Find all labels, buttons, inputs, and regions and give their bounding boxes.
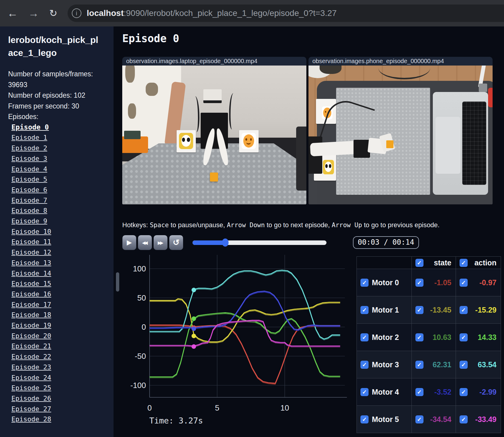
motor-0-state-checkbox[interactable]: ✓ xyxy=(415,279,424,287)
laptop-video[interactable] xyxy=(122,66,306,204)
motor-1-state-checkbox[interactable]: ✓ xyxy=(415,306,424,314)
episode-list-item: Episode 20 xyxy=(11,331,108,342)
seek-slider-thumb[interactable] xyxy=(222,239,229,247)
sidebar-item-episode-15[interactable]: Episode 15 xyxy=(11,280,51,287)
loop-button[interactable]: ↻ xyxy=(169,235,183,250)
seek-slider-fill xyxy=(193,240,225,245)
sidebar-item-episode-12[interactable]: Episode 12 xyxy=(11,249,51,256)
main-panel: Episode 0 observation.images.laptop_epis… xyxy=(114,26,504,437)
motor-3-checkbox[interactable]: ✓ xyxy=(360,361,369,369)
sidebar-item-episode-8[interactable]: Episode 8 xyxy=(11,207,47,214)
sidebar-item-episode-6[interactable]: Episode 6 xyxy=(11,186,47,194)
motor-0-checkbox[interactable]: ✓ xyxy=(360,279,369,287)
svg-text:10: 10 xyxy=(281,403,289,412)
video-title-phone: observation.images.phone_episode_000000.… xyxy=(308,57,493,66)
episode-list-item: Episode 17 xyxy=(11,300,108,310)
sidebar-item-episode-1[interactable]: Episode 1 xyxy=(11,134,47,141)
motor-3-action-checkbox[interactable]: ✓ xyxy=(460,361,468,369)
motor-5-action-checkbox[interactable]: ✓ xyxy=(460,415,468,423)
rewind-button[interactable]: ◀◀ xyxy=(138,235,152,250)
state-header-label: state xyxy=(434,258,451,267)
sidebar-item-episode-4[interactable]: Episode 4 xyxy=(11,165,47,173)
motor-2-action-checkbox[interactable]: ✓ xyxy=(460,333,468,341)
scrollbar-thumb[interactable] xyxy=(116,272,119,292)
sidebar-item-episode-7[interactable]: Episode 7 xyxy=(11,197,47,204)
motor-1-action-checkbox[interactable]: ✓ xyxy=(460,306,468,314)
sidebar-item-episode-24[interactable]: Episode 24 xyxy=(11,374,51,381)
dataset-title: lerobot/koch_pick_place_1_lego xyxy=(8,34,101,59)
seek-slider[interactable] xyxy=(193,240,326,245)
motor-2-state-value: 10.63 xyxy=(433,333,451,342)
sidebar-item-episode-2[interactable]: Episode 2 xyxy=(11,144,47,152)
motor-4-checkbox[interactable]: ✓ xyxy=(360,388,369,396)
url-bar[interactable]: i localhost:9090/lerobot/koch_pick_place… xyxy=(68,5,504,22)
sidebar-item-episode-3[interactable]: Episode 3 xyxy=(11,155,47,162)
keyboard xyxy=(462,102,486,185)
motor-2-checkbox[interactable]: ✓ xyxy=(360,333,369,341)
sidebar-item-episode-11[interactable]: Episode 11 xyxy=(11,238,51,246)
table-row-motor-3: ✓Motor 3 ✓62.31 ✓63.54 xyxy=(357,351,501,378)
video-row: observation.images.laptop_episode_000000… xyxy=(122,57,493,204)
motor-4-action-checkbox[interactable]: ✓ xyxy=(460,388,468,396)
refresh-icon[interactable]: ↻ xyxy=(49,8,57,18)
episode-list-item: Episode 7 xyxy=(11,196,108,206)
sidebar-item-episode-23[interactable]: Episode 23 xyxy=(11,363,51,371)
dataset-info-line: Frames per second: 30 xyxy=(8,101,108,112)
action-column-checkbox[interactable]: ✓ xyxy=(460,259,468,267)
episode-list-item: Episode 1 xyxy=(11,133,108,143)
sidebar-item-episode-5[interactable]: Episode 5 xyxy=(11,176,47,183)
fast-forward-button[interactable]: ▶▶ xyxy=(153,235,168,250)
motor-0-action-checkbox[interactable]: ✓ xyxy=(460,279,468,287)
sidebar-item-episode-20[interactable]: Episode 20 xyxy=(11,332,51,340)
motor-1-state-value: -13.45 xyxy=(430,306,451,314)
state-column-checkbox[interactable]: ✓ xyxy=(415,259,424,267)
sidebar-item-episode-27[interactable]: Episode 27 xyxy=(11,405,51,413)
motor-chart[interactable]: 100500-50-1000510 xyxy=(126,255,348,437)
sidebar-item-episode-18[interactable]: Episode 18 xyxy=(11,311,51,319)
sidebar-item-episode-13[interactable]: Episode 13 xyxy=(11,259,51,267)
svg-text:5: 5 xyxy=(215,403,219,412)
sidebar-item-episode-19[interactable]: Episode 19 xyxy=(11,322,51,329)
forward-icon[interactable]: → xyxy=(28,8,39,19)
sidebar-item-episode-0[interactable]: Episode 0 xyxy=(11,123,49,131)
svg-text:50: 50 xyxy=(137,293,146,302)
episode-list-item: Episode 6 xyxy=(11,185,108,196)
episode-list-item: Episode 19 xyxy=(11,321,108,331)
smiley-box xyxy=(239,130,258,152)
play-button[interactable]: ▶ xyxy=(122,235,136,250)
episode-list-item: Episode 3 xyxy=(11,154,108,164)
motor-5-checkbox[interactable]: ✓ xyxy=(360,415,369,423)
motor-3-label: Motor 3 xyxy=(372,360,399,369)
motor-4-label: Motor 4 xyxy=(372,388,399,396)
back-icon[interactable]: ← xyxy=(7,8,18,19)
action-column-header: ✓action xyxy=(456,257,501,269)
phone-video[interactable] xyxy=(308,66,493,204)
motor-4-state-checkbox[interactable]: ✓ xyxy=(415,388,424,396)
episode-list-item: Episode 26 xyxy=(11,394,108,404)
sidebar-item-episode-17[interactable]: Episode 17 xyxy=(11,301,51,308)
dataset-info-line: Episodes: xyxy=(8,112,108,122)
panda-box xyxy=(177,130,196,152)
motor-1-checkbox[interactable]: ✓ xyxy=(360,306,369,314)
sidebar-item-episode-22[interactable]: Episode 22 xyxy=(11,353,51,360)
motor-2-state-checkbox[interactable]: ✓ xyxy=(415,333,424,341)
motor-4-state-value: -3.52 xyxy=(434,388,451,396)
video-title-laptop: observation.images.laptop_episode_000000… xyxy=(122,57,306,66)
sidebar-item-episode-9[interactable]: Episode 9 xyxy=(11,217,47,225)
action-header-label: action xyxy=(474,258,496,267)
time-display: 00:03 / 00:14 xyxy=(353,236,419,249)
robot-camera-mount xyxy=(203,89,222,103)
episode-list-item: Episode 16 xyxy=(11,289,108,300)
episode-list: Episode 0Episode 1Episode 2Episode 3Epis… xyxy=(8,122,108,425)
arrow-down-key-label: Arrow Down xyxy=(227,222,265,229)
sidebar-item-episode-26[interactable]: Episode 26 xyxy=(11,395,51,402)
sidebar-item-episode-25[interactable]: Episode 25 xyxy=(11,384,51,392)
motor-3-state-checkbox[interactable]: ✓ xyxy=(415,361,424,369)
site-info-icon[interactable]: i xyxy=(72,8,81,18)
sidebar-item-episode-14[interactable]: Episode 14 xyxy=(11,270,51,277)
sidebar-item-episode-28[interactable]: Episode 28 xyxy=(11,415,51,423)
sidebar-item-episode-16[interactable]: Episode 16 xyxy=(11,290,51,298)
sidebar-item-episode-21[interactable]: Episode 21 xyxy=(11,342,51,350)
sidebar-item-episode-10[interactable]: Episode 10 xyxy=(11,228,51,235)
motor-5-state-checkbox[interactable]: ✓ xyxy=(415,415,424,423)
